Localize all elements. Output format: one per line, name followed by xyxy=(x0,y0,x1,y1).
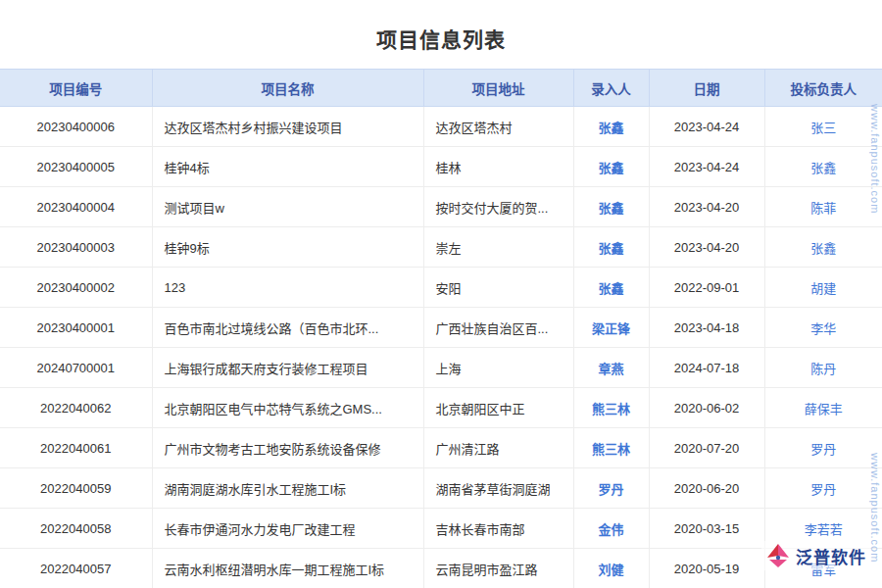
cell-address: 按时交付大厦的贺... xyxy=(423,187,573,227)
cell-address: 桂林 xyxy=(423,147,573,187)
cell-id: 20230400002 xyxy=(0,268,152,308)
page-title: 项目信息列表 xyxy=(0,0,882,69)
table-row: 20230400005桂钟4标桂林张鑫2023-04-24张鑫 xyxy=(0,147,882,187)
cell-address: 湖南省茅草街洞庭湖 xyxy=(423,468,573,509)
cell-manager[interactable]: 薛保丰 xyxy=(764,388,882,428)
cell-name: 上海银行成都天府支行装修工程项目 xyxy=(152,348,423,388)
cell-address: 北京朝阳区中正 xyxy=(423,388,573,428)
cell-date: 2022-09-01 xyxy=(649,268,764,308)
cell-address: 崇左 xyxy=(423,227,573,268)
cell-date: 2020-03-15 xyxy=(649,509,764,549)
fanpu-logo-icon xyxy=(765,543,791,568)
table-row: 2022040057云南水利枢纽潜明水库一期工程施工I标云南昆明市盈江路刘健20… xyxy=(0,549,882,588)
cell-id: 20240700001 xyxy=(0,348,152,388)
cell-date: 2023-04-20 xyxy=(649,227,764,268)
cell-name: 广州市文物考古工地安防系统设备保修 xyxy=(152,428,423,468)
table-row: 2022040058长春市伊通河水力发电厂改建工程吉林长春市南部金伟2020-0… xyxy=(0,509,882,549)
cell-name: 桂钟4标 xyxy=(152,147,423,187)
cell-address: 吉林长春市南部 xyxy=(423,509,573,549)
cell-name: 长春市伊通河水力发电厂改建工程 xyxy=(152,509,423,549)
column-header-id: 项目编号 xyxy=(0,70,152,107)
table-row: 20230400004测试项目w按时交付大厦的贺...张鑫2023-04-20陈… xyxy=(0,187,882,227)
cell-address: 上海 xyxy=(423,348,573,388)
cell-date: 2023-04-18 xyxy=(649,308,764,348)
cell-date: 2020-05-19 xyxy=(649,549,764,588)
column-header-name: 项目名称 xyxy=(152,70,423,107)
cell-name: 湖南洞庭湖水库引水工程施工I标 xyxy=(152,468,423,509)
cell-manager[interactable]: 罗丹 xyxy=(764,428,882,468)
cell-enterer[interactable]: 张鑫 xyxy=(573,268,649,308)
project-table: 项目编号项目名称项目地址录入人日期投标负责人 20230400006达孜区塔杰村… xyxy=(0,69,882,588)
cell-id: 20230400006 xyxy=(0,107,152,147)
cell-name: 测试项目w xyxy=(152,187,423,227)
cell-id: 20230400004 xyxy=(0,187,152,227)
cell-name: 达孜区塔杰村乡村振兴建设项目 xyxy=(152,107,423,147)
table-row: 20240700001上海银行成都天府支行装修工程项目上海章燕2024-07-1… xyxy=(0,348,882,388)
cell-id: 2022040059 xyxy=(0,468,152,509)
cell-enterer[interactable]: 梁正锋 xyxy=(573,308,649,348)
table-header-row: 项目编号项目名称项目地址录入人日期投标负责人 xyxy=(0,70,882,107)
cell-name: 百色市南北过境线公路（百色市北环... xyxy=(152,308,423,348)
cell-id: 20230400005 xyxy=(0,147,152,187)
cell-enterer[interactable]: 金伟 xyxy=(573,509,649,549)
cell-manager[interactable]: 李华 xyxy=(764,308,882,348)
brand-watermark: 泛普软件 xyxy=(761,541,870,570)
table-body: 20230400006达孜区塔杰村乡村振兴建设项目达孜区塔杰村张鑫2023-04… xyxy=(0,107,882,588)
cell-id: 20230400003 xyxy=(0,227,152,268)
cell-enterer[interactable]: 熊三林 xyxy=(573,388,649,428)
cell-enterer[interactable]: 刘健 xyxy=(573,549,649,588)
cell-date: 2023-04-24 xyxy=(649,107,764,147)
table-row: 20230400006达孜区塔杰村乡村振兴建设项目达孜区塔杰村张鑫2023-04… xyxy=(0,107,882,147)
cell-id: 2022040058 xyxy=(0,509,152,549)
project-list-page: 项目信息列表 项目编号项目名称项目地址录入人日期投标负责人 2023040000… xyxy=(0,0,882,588)
table-row: 2022040062北京朝阳区电气中芯特气系统之GMS...北京朝阳区中正熊三林… xyxy=(0,388,882,428)
cell-address: 云南昆明市盈江路 xyxy=(423,549,573,588)
column-header-manager: 投标负责人 xyxy=(764,70,882,107)
cell-enterer[interactable]: 张鑫 xyxy=(573,107,649,147)
table-row: 2022040061广州市文物考古工地安防系统设备保修广州清江路熊三林2020-… xyxy=(0,428,882,468)
cell-address: 广州清江路 xyxy=(423,428,573,468)
cell-date: 2023-04-24 xyxy=(649,147,764,187)
cell-id: 2022040062 xyxy=(0,388,152,428)
column-header-address: 项目地址 xyxy=(423,70,573,107)
table-row: 20230400003桂钟9标崇左张鑫2023-04-20张鑫 xyxy=(0,227,882,268)
cell-manager[interactable]: 胡建 xyxy=(764,268,882,308)
cell-name: 123 xyxy=(152,268,423,308)
cell-date: 2020-07-20 xyxy=(649,428,764,468)
cell-manager[interactable]: 陈菲 xyxy=(764,187,882,227)
cell-enterer[interactable]: 张鑫 xyxy=(573,187,649,227)
table-row: 20230400001百色市南北过境线公路（百色市北环...广西壮族自治区百..… xyxy=(0,308,882,348)
cell-id: 2022040061 xyxy=(0,428,152,468)
cell-address: 广西壮族自治区百... xyxy=(423,308,573,348)
cell-enterer[interactable]: 章燕 xyxy=(573,348,649,388)
table-row: 20230400002123安阳张鑫2022-09-01胡建 xyxy=(0,268,882,308)
cell-address: 安阳 xyxy=(423,268,573,308)
cell-date: 2020-06-02 xyxy=(649,388,764,428)
cell-manager[interactable]: 罗丹 xyxy=(764,468,882,509)
cell-manager[interactable]: 张鑫 xyxy=(764,227,882,268)
brand-name: 泛普软件 xyxy=(796,544,866,568)
cell-name: 桂钟9标 xyxy=(152,227,423,268)
cell-manager[interactable]: 张三 xyxy=(764,107,882,147)
cell-date: 2020-06-20 xyxy=(649,468,764,509)
cell-name: 北京朝阳区电气中芯特气系统之GMS... xyxy=(152,388,423,428)
cell-id: 2022040057 xyxy=(0,549,152,588)
cell-enterer[interactable]: 罗丹 xyxy=(573,468,649,509)
column-header-date: 日期 xyxy=(649,70,764,107)
cell-enterer[interactable]: 张鑫 xyxy=(573,227,649,268)
cell-enterer[interactable]: 熊三林 xyxy=(573,428,649,468)
column-header-enterer: 录入人 xyxy=(573,70,649,107)
cell-manager[interactable]: 张鑫 xyxy=(764,147,882,187)
table-row: 2022040059湖南洞庭湖水库引水工程施工I标湖南省茅草街洞庭湖罗丹2020… xyxy=(0,468,882,509)
cell-date: 2024-07-18 xyxy=(649,348,764,388)
cell-enterer[interactable]: 张鑫 xyxy=(573,147,649,187)
cell-address: 达孜区塔杰村 xyxy=(423,107,573,147)
cell-name: 云南水利枢纽潜明水库一期工程施工I标 xyxy=(152,549,423,588)
cell-date: 2023-04-20 xyxy=(649,187,764,227)
cell-id: 20230400001 xyxy=(0,308,152,348)
cell-manager[interactable]: 陈丹 xyxy=(764,348,882,388)
